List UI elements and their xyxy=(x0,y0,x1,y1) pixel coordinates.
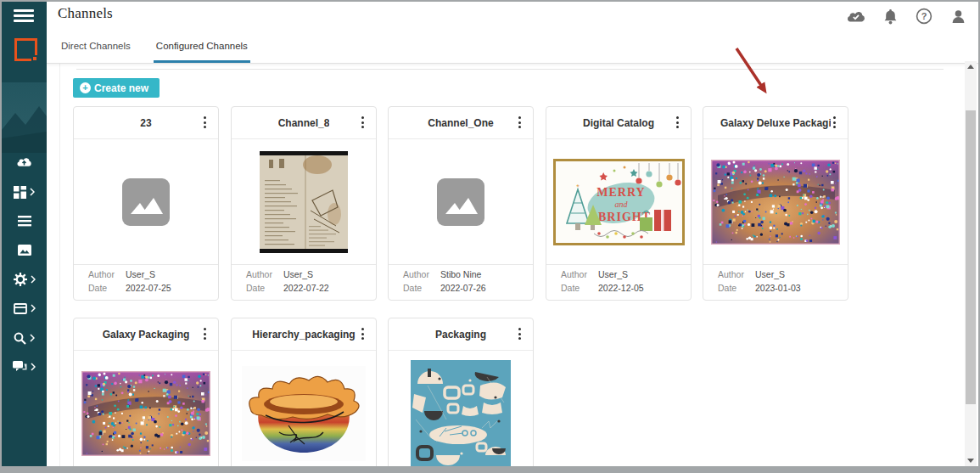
app-window: Channels ? Direct Channels Configured Ch… xyxy=(0,0,980,473)
kebab-menu-icon[interactable] xyxy=(671,114,683,131)
date-label: Date xyxy=(246,283,283,293)
author-label: Author xyxy=(718,269,755,279)
chevron-right-icon xyxy=(31,363,36,371)
image-icon xyxy=(18,245,31,256)
card-thumbnail-bowl xyxy=(232,351,376,466)
date-label: Date xyxy=(403,283,440,293)
card-footer: AuthorUser_S Date2023-01-03 xyxy=(703,264,848,293)
sidebar-item-media[interactable] xyxy=(2,239,47,261)
kebab-menu-icon[interactable] xyxy=(356,325,368,342)
plus-icon: + xyxy=(80,82,91,93)
sidebar-item-modules[interactable] xyxy=(2,181,47,203)
card-title: Digital Catalog xyxy=(583,117,654,129)
author-label: Author xyxy=(88,269,126,279)
sidebar-item-settings[interactable] xyxy=(2,268,47,290)
step-logo-icon[interactable] xyxy=(14,38,37,61)
sidebar-item-panel[interactable] xyxy=(2,297,47,319)
list-icon xyxy=(18,216,31,227)
sidebar-item-messages[interactable] xyxy=(2,356,47,378)
user-icon[interactable] xyxy=(950,8,966,25)
chat-icon xyxy=(13,361,27,373)
card-title: Channel_One xyxy=(428,117,493,129)
date-label: Date xyxy=(718,283,755,293)
svg-text:?: ? xyxy=(921,11,927,21)
kebab-menu-icon[interactable] xyxy=(199,325,210,342)
hamburger-menu-icon[interactable] xyxy=(14,9,34,24)
create-new-button[interactable]: + Create new xyxy=(73,78,160,98)
tab-configured-channels[interactable]: Configured Channels xyxy=(154,28,250,63)
author-label: Author xyxy=(561,269,598,279)
card-thumbnail-manuscript xyxy=(232,139,376,264)
kebab-menu-icon[interactable] xyxy=(513,114,525,131)
card-header: Hierarchy_packaging xyxy=(232,318,376,351)
date-value: 2022-07-22 xyxy=(283,283,329,293)
card-header: 23 xyxy=(74,107,218,139)
search-icon xyxy=(14,332,26,345)
card-footer: AuthorUser_S Date2022-12-05 xyxy=(546,264,691,293)
sidebar-item-cloud-upload[interactable] xyxy=(2,151,47,173)
scrollbar-thumb[interactable] xyxy=(966,110,976,404)
card-footer: AuthorUser_S Date2022-07-22 xyxy=(232,264,376,293)
cloud-upload-icon xyxy=(16,156,32,168)
card-thumbnail-galaxy xyxy=(703,139,848,264)
channel-card[interactable]: Galaxy Packaging Author Date xyxy=(73,318,219,466)
modules-grid-icon xyxy=(14,186,26,199)
tab-direct-channels[interactable]: Direct Channels xyxy=(59,28,133,63)
sidebar-item-list[interactable] xyxy=(2,210,47,232)
kebab-menu-icon[interactable] xyxy=(356,114,368,131)
channel-card[interactable]: Galaxy Deluxe Packaging AuthorUser_S Dat… xyxy=(703,106,848,301)
date-value: 2022-07-26 xyxy=(440,283,486,293)
card-footer: AuthorUser_S Date2022-07-25 xyxy=(74,264,218,293)
title-bar: Channels ? xyxy=(47,2,978,29)
channel-card[interactable]: Packaging Author Date xyxy=(388,318,534,466)
channel-card[interactable]: Digital Catalog MERRYandBRIGHT* AuthorUs… xyxy=(546,106,692,301)
kebab-menu-icon[interactable] xyxy=(828,114,840,131)
vertical-scrollbar[interactable] xyxy=(965,61,977,466)
chevron-right-icon xyxy=(31,304,36,313)
card-header: Channel_One xyxy=(389,107,533,139)
cloud-sync-icon[interactable] xyxy=(846,9,865,23)
author-value: User_S xyxy=(126,269,155,279)
header-icons: ? xyxy=(846,8,966,25)
author-value: User_S xyxy=(755,269,785,279)
svg-text:MERRY: MERRY xyxy=(596,186,645,199)
scroll-up-arrow-icon[interactable] xyxy=(965,61,977,72)
author-value: Stibo Nine xyxy=(440,269,481,279)
card-header: Packaging xyxy=(389,318,533,351)
channel-card[interactable]: 23 AuthorUser_S Date2022-07-25 xyxy=(73,106,219,301)
help-icon[interactable]: ? xyxy=(916,8,932,25)
date-value: 2023-01-03 xyxy=(755,283,801,293)
gear-icon xyxy=(14,273,27,286)
kebab-menu-icon[interactable] xyxy=(199,114,210,131)
card-header: Digital Catalog xyxy=(546,107,691,139)
author-value: User_S xyxy=(598,269,628,279)
content-area: + Create new 23 AuthorUser_S Date2022-07… xyxy=(47,63,965,466)
chevron-right-icon xyxy=(30,188,35,196)
date-label: Date xyxy=(88,283,126,293)
svg-text:and: and xyxy=(614,200,628,209)
author-label: Author xyxy=(403,269,440,279)
card-thumbnail-galaxy xyxy=(74,351,218,466)
card-footer: AuthorStibo Nine Date2022-07-26 xyxy=(389,264,533,293)
create-new-label: Create new xyxy=(94,82,148,94)
card-thumbnail-placeholder xyxy=(74,139,218,264)
date-value: 2022-12-05 xyxy=(598,283,644,293)
window-bottom-edge xyxy=(2,466,978,471)
sidebar-item-search[interactable] xyxy=(2,327,47,349)
card-header: Galaxy Packaging xyxy=(74,318,218,351)
sidebar-landscape-image xyxy=(2,82,47,153)
card-title: Packaging xyxy=(435,329,486,341)
notifications-icon[interactable] xyxy=(883,8,898,25)
channel-card[interactable]: Channel_8 AuthorUser_S Date2022-07-22 xyxy=(231,106,377,301)
tab-bar: Direct Channels Configured Channels xyxy=(47,28,978,64)
page-title: Channels xyxy=(58,5,113,22)
card-header: Galaxy Deluxe Packaging xyxy=(703,107,848,139)
scroll-down-arrow-icon[interactable] xyxy=(965,455,977,466)
kebab-menu-icon[interactable] xyxy=(513,325,525,342)
channel-card[interactable]: Hierarchy_packaging Author Date xyxy=(231,318,377,466)
card-header: Channel_8 xyxy=(232,107,376,139)
chevron-right-icon xyxy=(30,334,35,342)
author-label: Author xyxy=(246,269,283,279)
author-value: User_S xyxy=(283,269,313,279)
channel-card[interactable]: Channel_One AuthorStibo Nine Date2022-07… xyxy=(388,106,534,301)
